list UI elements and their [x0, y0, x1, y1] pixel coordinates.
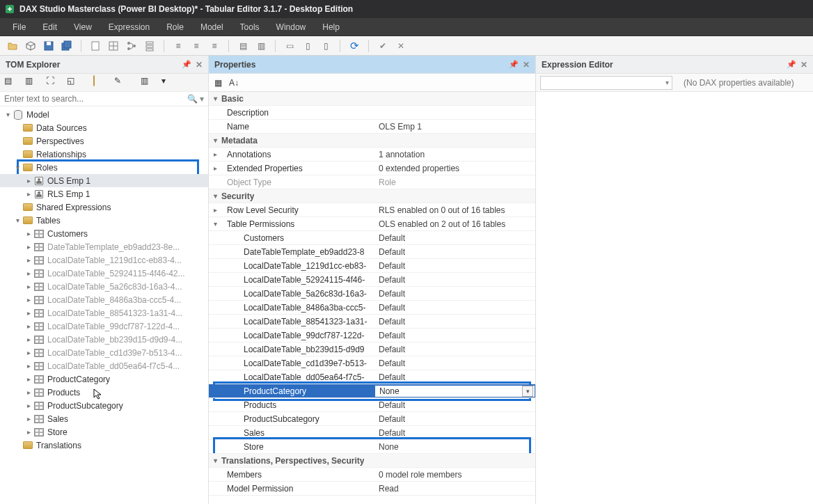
- dropdown-icon[interactable]: ▾: [522, 386, 533, 397]
- menu-expression[interactable]: Expression: [102, 19, 157, 35]
- prop-tp-customers[interactable]: CustomersDefault: [209, 231, 535, 245]
- hierarchy-icon[interactable]: ⛶: [46, 76, 61, 90]
- prop-object-type[interactable]: Object TypeRole: [209, 175, 535, 189]
- prop-name[interactable]: NameOLS Emp 1: [209, 120, 535, 134]
- prop-tp-ldt9[interactable]: LocalDateTable_dd05ea64-f7c5-Default: [209, 370, 535, 384]
- prop-tp-ldt6[interactable]: LocalDateTable_99dcf787-122d-Default: [209, 329, 535, 342]
- prop-members[interactable]: Members0 model role members: [209, 468, 535, 482]
- tom-node-ldt8[interactable]: ▸LocalDateTable_cd1d39e7-b513-4...: [0, 346, 208, 359]
- expression-property-select[interactable]: ▾: [540, 76, 672, 90]
- menu-tools[interactable]: Tools: [233, 19, 267, 35]
- folder-toggle-icon[interactable]: [93, 76, 109, 90]
- tom-node-relationships[interactable]: Relationships: [0, 148, 208, 161]
- document-icon[interactable]: [87, 38, 104, 54]
- menu-role[interactable]: Role: [159, 19, 191, 35]
- grid-icon[interactable]: [105, 38, 122, 54]
- save-icon[interactable]: [40, 38, 57, 54]
- prop-tp-ldt4[interactable]: LocalDateTable_8486a3ba-ccc5-Default: [209, 301, 535, 315]
- indent-left-icon[interactable]: ≡: [170, 38, 187, 54]
- prop-annotations[interactable]: ▸Annotations1 annotation: [209, 148, 535, 162]
- tom-node-ols-emp-1[interactable]: ▸OLS Emp 1: [0, 174, 208, 187]
- checkbox-icon[interactable]: ▤: [235, 38, 251, 54]
- tom-node-ldt1[interactable]: ▸LocalDateTable_1219d1cc-eb83-4...: [0, 253, 208, 267]
- tom-node-dtt[interactable]: ▸DateTableTemplate_eb9add23-8e...: [0, 240, 208, 253]
- tom-node-products[interactable]: ▸Products: [0, 386, 208, 399]
- tom-node-ldt5[interactable]: ▸LocalDateTable_88541323-1a31-4...: [0, 306, 208, 320]
- screen-icon[interactable]: ▭: [281, 38, 298, 54]
- cube-icon[interactable]: [22, 38, 39, 54]
- tom-node-product-category[interactable]: ▸ProductCategory: [0, 372, 208, 386]
- tom-node-perspectives[interactable]: Perspectives: [0, 134, 208, 148]
- prop-tp-products[interactable]: ProductsDefault: [209, 398, 535, 412]
- sort-icon[interactable]: A↓: [229, 78, 239, 88]
- refresh-icon[interactable]: ⟳: [346, 38, 363, 54]
- pin-icon[interactable]: 📌: [509, 60, 519, 70]
- prop-tp-ldt5[interactable]: LocalDateTable_88541323-1a31-Default: [209, 315, 535, 329]
- prop-category-tps[interactable]: ▾Translations, Perspectives, Security: [209, 454, 535, 468]
- tom-node-shared-expressions[interactable]: Shared Expressions: [0, 200, 208, 214]
- search-icon[interactable]: 🔍 ▾: [187, 94, 204, 104]
- categorize-icon[interactable]: ▦: [214, 78, 222, 88]
- view-tree-icon[interactable]: ▥: [25, 76, 40, 90]
- prop-table-permissions[interactable]: ▾Table PermissionsOLS enabled on 2 out o…: [209, 217, 535, 231]
- tom-node-ldt3[interactable]: ▸LocalDateTable_5a26c83d-16a3-4...: [0, 280, 208, 293]
- edit-icon[interactable]: ✎: [114, 76, 129, 90]
- tom-node-sales[interactable]: ▸Sales: [0, 412, 208, 425]
- prop-category-security[interactable]: ▾Security: [209, 189, 535, 203]
- prop-category-basic[interactable]: ▾Basic: [209, 92, 535, 106]
- prop-tp-product-category[interactable]: ProductCategoryNone▾: [209, 384, 535, 398]
- open-folder-icon[interactable]: [4, 38, 21, 54]
- tom-node-tables[interactable]: ▾Tables: [0, 214, 208, 227]
- prop-tp-dtt[interactable]: DateTableTemplate_eb9add23-8Default: [209, 245, 535, 259]
- menu-help[interactable]: Help: [315, 19, 347, 35]
- menu-edit[interactable]: Edit: [35, 19, 64, 35]
- prop-model-permission[interactable]: Model PermissionRead: [209, 482, 535, 496]
- prop-category-metadata[interactable]: ▾Metadata: [209, 134, 535, 148]
- pin-icon[interactable]: 📌: [182, 60, 191, 70]
- checkbox-off-icon[interactable]: ▥: [253, 38, 269, 54]
- comment2-icon[interactable]: ▯: [317, 38, 334, 54]
- menu-window[interactable]: Window: [269, 19, 313, 35]
- tom-node-product-subcategory[interactable]: ▸ProductSubcategory: [0, 399, 208, 412]
- close-icon[interactable]: ✕: [523, 60, 530, 70]
- prop-tp-product-subcategory[interactable]: ProductSubcategoryDefault: [209, 412, 535, 426]
- tom-node-store[interactable]: ▸Store: [0, 425, 208, 439]
- tom-node-customers[interactable]: ▸Customers: [0, 227, 208, 240]
- tom-node-ldt4[interactable]: ▸LocalDateTable_8486a3ba-ccc5-4...: [0, 293, 208, 306]
- tom-node-ldt7[interactable]: ▸LocalDateTable_bb239d15-d9d9-4...: [0, 333, 208, 346]
- close-icon[interactable]: ✕: [800, 60, 807, 70]
- cube2-icon[interactable]: ◱: [67, 76, 82, 90]
- tom-node-data-sources[interactable]: Data Sources: [0, 121, 208, 134]
- prop-tp-ldt1[interactable]: LocalDateTable_1219d1cc-eb83-Default: [209, 259, 535, 273]
- indent-right-icon[interactable]: ≡: [188, 38, 205, 54]
- save-all-icon[interactable]: [58, 38, 75, 54]
- tom-node-model[interactable]: ▾Model: [0, 108, 208, 121]
- view-list-icon[interactable]: ▤: [4, 76, 19, 90]
- tom-node-roles[interactable]: ▾Roles: [0, 161, 208, 174]
- branch-icon[interactable]: [123, 38, 140, 54]
- tom-node-rls-emp-1[interactable]: ▸RLS Emp 1: [0, 187, 208, 200]
- accept-icon[interactable]: ✔: [374, 38, 391, 54]
- prop-tp-store[interactable]: StoreNone: [209, 440, 535, 454]
- servers-icon[interactable]: [141, 38, 158, 54]
- cancel-icon[interactable]: ✕: [393, 38, 409, 54]
- prop-tp-ldt2[interactable]: LocalDateTable_52924115-4f46-Default: [209, 273, 535, 287]
- prop-description[interactable]: Description: [209, 106, 535, 120]
- comment-icon[interactable]: ▯: [299, 38, 316, 54]
- tom-node-ldt2[interactable]: ▸LocalDateTable_52924115-4f46-42...: [0, 267, 208, 280]
- prop-tp-ldt7[interactable]: LocalDateTable_bb239d15-d9d9Default: [209, 342, 535, 356]
- menu-model[interactable]: Model: [194, 19, 230, 35]
- columns-icon[interactable]: ▥: [141, 76, 156, 90]
- prop-tp-ldt3[interactable]: LocalDateTable_5a26c83d-16a3-Default: [209, 287, 535, 301]
- prop-rls[interactable]: ▸Row Level SecurityRLS enabled on 0 out …: [209, 203, 535, 217]
- tom-search-input[interactable]: [4, 94, 184, 104]
- tom-node-translations[interactable]: Translations: [0, 439, 208, 452]
- prop-tp-sales[interactable]: SalesDefault: [209, 426, 535, 440]
- tom-node-ldt6[interactable]: ▸LocalDateTable_99dcf787-122d-4...: [0, 320, 208, 333]
- menu-view[interactable]: View: [67, 19, 99, 35]
- close-icon[interactable]: ✕: [196, 60, 203, 70]
- toggle-lines-icon[interactable]: ≡: [206, 38, 223, 54]
- prop-extended-properties[interactable]: ▸Extended Properties0 extended propertie…: [209, 162, 535, 175]
- prop-tp-ldt8[interactable]: LocalDateTable_cd1d39e7-b513-Default: [209, 356, 535, 370]
- pin-icon[interactable]: 📌: [787, 60, 796, 70]
